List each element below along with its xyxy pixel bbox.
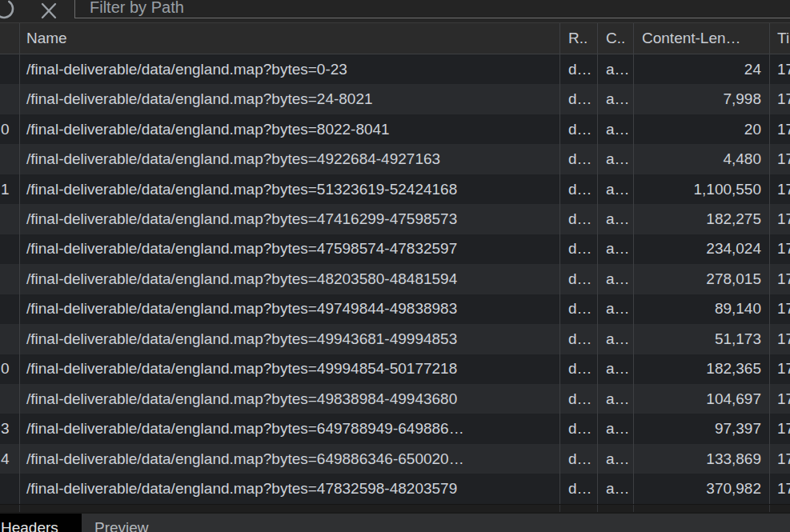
- request-content-length: 182,275: [634, 204, 770, 234]
- row-gutter-value: 4: [0, 444, 20, 474]
- column-header-gutter: [0, 23, 20, 54]
- table-row[interactable]: /final-deliverable/data/england.map?byte…: [0, 474, 790, 503]
- request-c-value: a…: [598, 174, 634, 204]
- table-row[interactable]: /final-deliverable/data/england.map?byte…: [0, 324, 790, 354]
- table-row[interactable]: 0/final-deliverable/data/england.map?byt…: [0, 114, 790, 144]
- request-content-length: 89,140: [634, 294, 770, 324]
- request-name: /final-deliverable/data/england.map?byte…: [20, 204, 560, 234]
- refresh-icon[interactable]: [0, 0, 18, 26]
- row-gutter-value: [0, 84, 20, 114]
- request-name: /final-deliverable/data/england.map?byte…: [20, 264, 560, 294]
- table-row[interactable]: 1/final-deliverable/data/england.map?byt…: [0, 174, 790, 204]
- request-r-value: d…: [560, 204, 598, 234]
- clear-icon[interactable]: [38, 1, 59, 25]
- details-tab-bar: Headers Preview: [0, 512, 790, 532]
- column-header-r[interactable]: R..: [560, 23, 598, 54]
- request-name: /final-deliverable/data/england.map?byte…: [20, 84, 560, 114]
- row-gutter-value: 0: [0, 354, 20, 384]
- request-r-value: d…: [560, 144, 598, 174]
- row-gutter-value: 1: [0, 174, 20, 204]
- request-time: 17: [770, 354, 790, 384]
- request-time: 17: [770, 324, 790, 354]
- table-row[interactable]: /final-deliverable/data/england.map?byte…: [0, 294, 790, 324]
- request-name: /final-deliverable/data/england.map?byte…: [20, 174, 560, 204]
- tab-preview[interactable]: Preview: [94, 514, 158, 532]
- request-c-value: a…: [598, 444, 634, 474]
- column-header-c[interactable]: C..: [598, 23, 634, 54]
- request-content-length: 4,480: [634, 144, 770, 174]
- request-time: 17: [770, 234, 790, 264]
- table-row[interactable]: /final-deliverable/data/england.map?byte…: [0, 54, 790, 84]
- request-c-value: a…: [598, 354, 634, 384]
- request-content-length: 104,697: [634, 384, 770, 414]
- table-row[interactable]: /final-deliverable/data/england.map?byte…: [0, 204, 790, 234]
- table-row[interactable]: 0/final-deliverable/data/england.map?byt…: [0, 354, 790, 384]
- column-header-name[interactable]: Name: [20, 23, 560, 54]
- column-header-content-length[interactable]: Content-Len…: [634, 23, 770, 54]
- table-row[interactable]: 4/final-deliverable/data/england.map?byt…: [0, 444, 790, 474]
- row-gutter-value: [0, 384, 20, 414]
- request-content-length: 370,982: [634, 474, 770, 503]
- request-c-value: a…: [598, 384, 634, 414]
- request-r-value: d…: [560, 384, 598, 414]
- request-r-value: d…: [560, 324, 598, 354]
- filter-input[interactable]: [75, 0, 790, 18]
- request-r-value: d…: [560, 264, 598, 294]
- request-content-length: 278,015: [634, 264, 770, 294]
- request-c-value: a…: [598, 324, 634, 354]
- request-c-value: a…: [598, 234, 634, 264]
- table-row[interactable]: /final-deliverable/data/england.map?byte…: [0, 234, 790, 264]
- request-content-length: 133,869: [634, 444, 770, 474]
- request-time: 17: [770, 444, 790, 474]
- request-c-value: a…: [598, 144, 634, 174]
- request-name: /final-deliverable/data/england.map?byte…: [20, 414, 560, 443]
- row-gutter-value: [0, 54, 20, 84]
- request-content-length: 182,365: [634, 354, 770, 384]
- request-r-value: d…: [560, 294, 598, 324]
- request-name: /final-deliverable/data/england.map?byte…: [20, 324, 560, 354]
- request-name: /final-deliverable/data/england.map?byte…: [20, 234, 560, 264]
- column-header-time[interactable]: Ti: [770, 23, 790, 54]
- filter-input-container: [74, 0, 790, 18]
- request-name: /final-deliverable/data/england.map?byte…: [20, 384, 560, 414]
- request-r-value: d…: [560, 444, 598, 474]
- request-time: 17: [770, 204, 790, 234]
- table-row[interactable]: /final-deliverable/data/england.map?byte…: [0, 84, 790, 114]
- table-header-row: Name R.. C.. Content-Len… Ti: [0, 23, 790, 54]
- row-gutter-value: 3: [0, 414, 20, 443]
- table-row[interactable]: /final-deliverable/data/england.map?byte…: [0, 384, 790, 414]
- request-r-value: d…: [560, 84, 598, 114]
- request-name: /final-deliverable/data/england.map?byte…: [20, 474, 560, 503]
- request-name: /final-deliverable/data/england.map?byte…: [20, 294, 560, 324]
- request-name: /final-deliverable/data/england.map?byte…: [20, 144, 560, 174]
- request-r-value: d…: [560, 54, 598, 84]
- request-r-value: d…: [560, 474, 598, 503]
- request-c-value: a…: [598, 54, 634, 84]
- table-bottom-strip: [0, 504, 790, 512]
- request-c-value: a…: [598, 264, 634, 294]
- table-row[interactable]: /final-deliverable/data/england.map?byte…: [0, 144, 790, 174]
- request-name: /final-deliverable/data/england.map?byte…: [20, 54, 560, 84]
- row-gutter-value: [0, 234, 20, 264]
- table-row[interactable]: 3/final-deliverable/data/england.map?byt…: [0, 414, 790, 443]
- row-gutter-value: [0, 264, 20, 294]
- request-time: 17: [770, 384, 790, 414]
- network-toolbar: [0, 0, 790, 23]
- request-time: 17: [770, 294, 790, 324]
- request-time: 17: [770, 474, 790, 503]
- request-content-length: 51,173: [634, 324, 770, 354]
- table-row[interactable]: /final-deliverable/data/england.map?byte…: [0, 264, 790, 294]
- request-r-value: d…: [560, 174, 598, 204]
- request-time: 17: [770, 144, 790, 174]
- request-c-value: a…: [598, 414, 634, 443]
- request-r-value: d…: [560, 234, 598, 264]
- request-content-length: 97,397: [634, 414, 770, 443]
- request-time: 17: [770, 264, 790, 294]
- tab-headers[interactable]: Headers: [0, 514, 82, 532]
- request-c-value: a…: [598, 84, 634, 114]
- request-list: /final-deliverable/data/england.map?byte…: [0, 54, 790, 504]
- request-time: 17: [770, 84, 790, 114]
- row-gutter-value: [0, 144, 20, 174]
- request-c-value: a…: [598, 114, 634, 144]
- request-c-value: a…: [598, 204, 634, 234]
